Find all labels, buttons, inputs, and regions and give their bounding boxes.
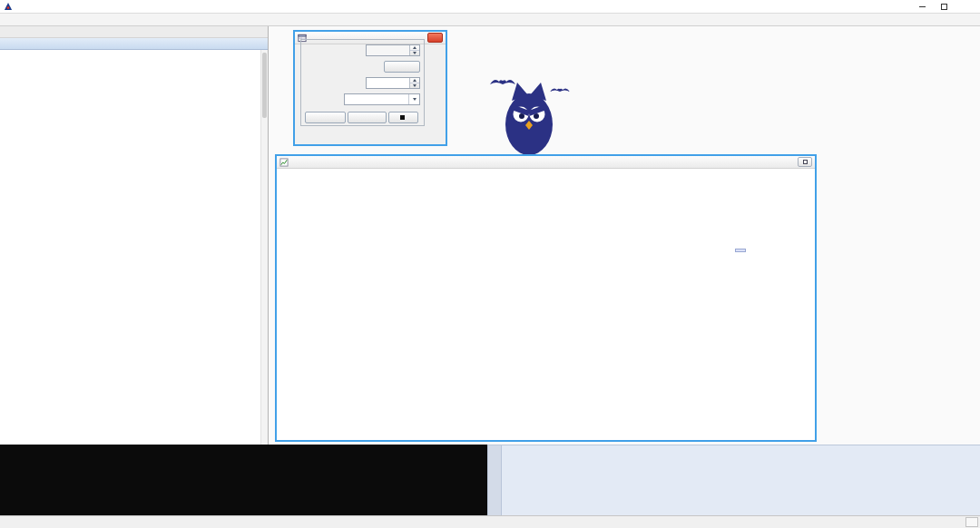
position-graph-icon [279,158,289,167]
device-column-header[interactable] [0,38,268,50]
advanced-log-panel [487,445,980,515]
close-icon[interactable] [955,1,976,13]
tmcl-ide-window [0,0,980,528]
position-graph-window [275,154,817,442]
statusbar [0,515,980,528]
position-mode-window [293,30,447,146]
tmcl-history-panel [0,445,487,515]
relative-button[interactable] [348,112,387,123]
menubar [0,14,980,26]
position-chart [277,169,815,440]
app-titlebar[interactable] [0,0,980,14]
target-pos-field[interactable] [366,77,420,89]
cmds-rate-indicator [965,517,978,527]
stop-icon [400,115,405,120]
scrollbar-thumb[interactable] [262,53,267,118]
relative-to-dropdown[interactable] [344,93,420,105]
chart-area [277,169,815,440]
clear-button[interactable] [384,61,420,73]
connected-devices-panel [0,26,269,445]
sidebar-scrollbar[interactable] [260,50,268,445]
position-control-group [300,39,425,126]
chart-legend [735,249,746,252]
minimize-icon[interactable] [911,1,933,13]
restore-button[interactable] [798,157,812,167]
mdi-area [269,26,980,445]
absolute-button[interactable] [305,112,346,123]
maximize-icon[interactable] [933,1,955,13]
spinner-buttons[interactable] [409,45,419,55]
advanced-tab[interactable] [488,445,502,515]
tmcl-history-tab[interactable] [0,445,12,515]
spinner-buttons[interactable] [409,78,419,88]
stop-button[interactable] [388,112,418,123]
actual-pos-field [366,44,420,56]
device-tree [0,50,260,445]
position-graph-titlebar[interactable] [277,156,815,169]
app-logo-icon [4,2,13,11]
close-button[interactable] [427,33,443,43]
panel-header [0,26,268,38]
chevron-down-icon[interactable] [408,94,419,104]
